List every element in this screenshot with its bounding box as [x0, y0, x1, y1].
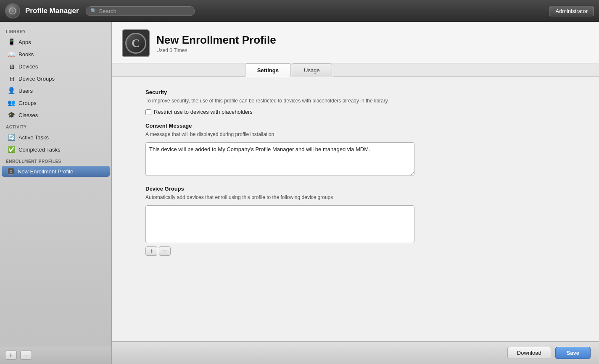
save-button[interactable]: Save [555, 347, 591, 359]
consent-section: Consent Message A message that will be d… [145, 123, 565, 186]
enrollment-profile-icon: C [8, 168, 14, 175]
activity-section-label: ACTIVITY [0, 121, 111, 131]
search-bar[interactable]: 🔍 [86, 6, 195, 16]
enrollment-section-label: ENROLLMENT PROFILES [0, 156, 111, 165]
app-title: Profile Manager [25, 7, 79, 15]
tab-settings[interactable]: Settings [245, 63, 291, 77]
add-device-group-button[interactable]: + [145, 246, 157, 256]
apps-icon: 📱 [8, 38, 15, 46]
admin-button[interactable]: Administrator [549, 6, 594, 16]
main-layout: LIBRARY 📱 Apps 📖 Books 🖥 Devices 🖥 Devic… [0, 22, 599, 364]
consent-title: Consent Message [145, 123, 565, 129]
device-groups-buttons: + − [145, 246, 565, 256]
sidebar: LIBRARY 📱 Apps 📖 Books 🖥 Devices 🖥 Devic… [0, 22, 112, 364]
library-section-label: LIBRARY [0, 26, 111, 36]
sidebar-item-apps[interactable]: 📱 Apps [2, 36, 110, 48]
search-icon: 🔍 [90, 8, 97, 14]
tabs-bar: Settings Usage [112, 63, 599, 77]
groups-icon: 👥 [8, 99, 15, 107]
sidebar-item-users-label: Users [18, 88, 33, 94]
profile-icon: C [122, 29, 150, 57]
profile-header: C New Enrollment Profile Used 0 Times [112, 22, 599, 63]
profile-info: New Enrollment Profile Used 0 Times [156, 34, 276, 53]
profile-icon-letter: C [132, 37, 140, 50]
security-checkbox-label: Restrict use to devices with placeholder… [154, 109, 253, 115]
download-button[interactable]: Download [507, 347, 551, 359]
users-icon: 👤 [8, 87, 15, 94]
sidebar-remove-button[interactable]: − [20, 351, 32, 360]
profile-icon-inner: C [125, 33, 146, 54]
security-title: Security [145, 89, 565, 95]
device-groups-title: Device Groups [145, 186, 565, 192]
sidebar-item-classes[interactable]: 🎓 Classes [2, 109, 110, 121]
sidebar-item-completed-tasks-label: Completed Tasks [18, 147, 60, 153]
app-logo [5, 3, 20, 18]
completed-tasks-icon: ✅ [8, 146, 15, 153]
profile-name: New Enrollment Profile [156, 34, 276, 47]
security-checkbox-row: Restrict use to devices with placeholder… [145, 109, 565, 115]
sidebar-item-device-groups-label: Device Groups [18, 76, 55, 82]
sidebar-item-new-enrollment-profile[interactable]: C New Enrollment Profile [2, 166, 110, 177]
tab-right-spacer [333, 63, 599, 77]
remove-device-group-button[interactable]: − [159, 246, 171, 256]
sidebar-item-devices-label: Devices [18, 63, 38, 70]
security-checkbox[interactable] [145, 109, 151, 115]
sidebar-item-active-tasks[interactable]: 🔄 Active Tasks [2, 131, 110, 143]
sidebar-item-completed-tasks[interactable]: ✅ Completed Tasks [2, 144, 110, 155]
sidebar-content: LIBRARY 📱 Apps 📖 Books 🖥 Devices 🖥 Devic… [0, 22, 111, 346]
consent-textarea[interactable]: This device will be added to My Company'… [145, 142, 414, 176]
sidebar-item-books[interactable]: 📖 Books [2, 48, 110, 60]
active-tasks-icon: 🔄 [8, 134, 15, 141]
security-desc: To improve security, the use of this pro… [145, 97, 565, 105]
books-icon: 📖 [8, 50, 15, 58]
devices-icon: 🖥 [8, 63, 15, 70]
sidebar-add-button[interactable]: + [5, 351, 17, 360]
device-groups-desc: Automatically add devices that enroll us… [145, 194, 565, 201]
sidebar-item-classes-label: Classes [18, 112, 38, 118]
tab-usage[interactable]: Usage [292, 63, 332, 77]
sidebar-item-apps-label: Apps [18, 39, 31, 45]
classes-icon: 🎓 [8, 111, 15, 119]
sidebar-item-users[interactable]: 👤 Users [2, 85, 110, 97]
sidebar-item-devices[interactable]: 🖥 Devices [2, 60, 110, 72]
footer: Download Save [112, 341, 599, 364]
device-groups-list [145, 205, 414, 243]
security-section: Security To improve security, the use of… [145, 89, 565, 115]
sidebar-item-books-label: Books [18, 51, 34, 58]
form-area: Security To improve security, the use of… [112, 77, 599, 341]
search-input[interactable] [99, 8, 190, 14]
sidebar-item-device-groups[interactable]: 🖥 Device Groups [2, 73, 110, 84]
header: Profile Manager 🔍 Administrator [0, 0, 599, 22]
device-groups-icon: 🖥 [8, 75, 15, 82]
sidebar-item-groups[interactable]: 👥 Groups [2, 97, 110, 109]
sidebar-footer: + − [0, 346, 111, 364]
content-area: C New Enrollment Profile Used 0 Times Se… [112, 22, 599, 364]
device-groups-section: Device Groups Automatically add devices … [145, 186, 565, 256]
sidebar-item-enrollment-label: New Enrollment Profile [18, 168, 73, 175]
profile-meta: Used 0 Times [156, 47, 276, 53]
sidebar-item-active-tasks-label: Active Tasks [18, 134, 49, 141]
sidebar-item-groups-label: Groups [18, 100, 37, 106]
consent-desc: A message that will be displayed during … [145, 131, 565, 138]
